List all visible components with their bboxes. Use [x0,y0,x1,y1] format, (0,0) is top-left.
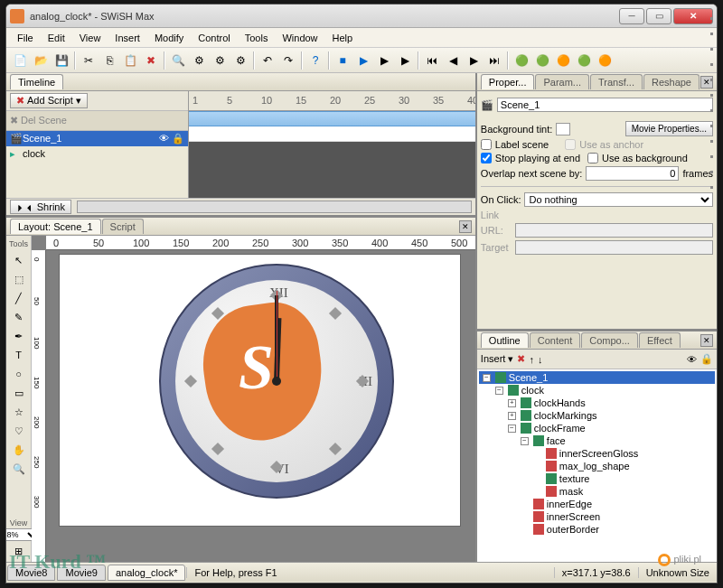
tool-icon[interactable]: ⚙ [189,51,209,70]
tool2-icon[interactable]: ⚙ [210,51,230,70]
shrink-button[interactable]: ⏵⏴ Shrink [10,200,71,214]
timeline-ruler[interactable]: 1510152025303540 [189,91,475,198]
open-icon[interactable]: 📂 [31,51,51,70]
label-scene-check[interactable] [481,139,492,150]
copy-icon[interactable]: ⎘ [99,51,119,70]
tree-item[interactable]: −clock [479,384,715,397]
ellipse-tool-icon[interactable]: ○ [9,365,29,383]
tree-item[interactable]: innerScreen [479,510,715,523]
maximize-button[interactable]: ▭ [646,8,671,24]
menu-insert[interactable]: Insert [108,30,147,46]
heart-tool-icon[interactable]: ♡ [9,422,29,440]
timeline-row-clock[interactable]: ▸clock [6,146,188,162]
tool3-icon[interactable]: ⚙ [230,51,250,70]
paste-icon[interactable]: 📋 [120,51,140,70]
outline-down-icon[interactable]: ↓ [538,354,543,365]
rewind-icon[interactable]: ⏮ [422,51,442,70]
panel-close-icon[interactable]: ✕ [459,220,472,233]
overlap-input[interactable] [586,166,679,181]
text-tool-icon[interactable]: T [9,346,29,364]
movie-props-button[interactable]: Movie Properties... [625,121,713,136]
star-tool-icon[interactable]: ☆ [9,403,29,421]
timeline-row-scene[interactable]: 🎬Scene_1👁 🔒 [6,131,188,146]
menu-help[interactable]: Help [325,30,361,46]
tab-outline[interactable]: Outline [481,332,529,348]
menu-edit[interactable]: Edit [41,30,72,46]
save-icon[interactable]: 💾 [52,51,71,70]
tab-content[interactable]: Content [530,332,581,348]
back-icon[interactable]: ◀ [443,51,463,70]
tree-item[interactable]: innerEdge [479,498,715,510]
use-bg-check[interactable] [587,153,598,163]
outline-up-icon[interactable]: ↑ [529,354,534,365]
line-tool-icon[interactable]: ╱ [9,289,29,307]
insert-menu[interactable]: Insert ▾ [481,353,514,365]
hand-tool-icon[interactable]: ✋ [9,441,29,459]
tree-item[interactable]: outerBorder [479,523,715,536]
outline-tree[interactable]: −Scene_1−clock+clockHands+clockMarkings−… [477,369,717,562]
play-scene-icon[interactable]: ▶ [374,51,394,70]
pen-tool-icon[interactable]: ✒ [9,327,29,345]
delete-icon[interactable]: ✖ [141,51,161,70]
timeline-scrollbar[interactable] [77,201,472,213]
tab-script[interactable]: Script [102,219,144,234]
menu-window[interactable]: Window [275,30,324,46]
zoom-tool-icon[interactable]: 🔍 [9,460,29,478]
tree-item[interactable]: −face [479,434,715,447]
tab-effect[interactable]: Effect [639,332,681,348]
end-icon[interactable]: ⏭ [484,51,504,70]
menu-modify[interactable]: Modify [147,30,191,46]
export3-icon[interactable]: 🟠 [553,51,573,70]
tree-item[interactable]: −Scene_1 [479,371,715,384]
tree-item[interactable]: innerScreenGloss [479,447,715,460]
tab-timeline[interactable]: Timeline [10,74,63,89]
export1-icon[interactable]: 🟢 [512,51,531,70]
outline-delete-icon[interactable]: ✖ [517,353,525,365]
menu-view[interactable]: View [72,30,108,46]
canvas-area[interactable]: 050100150200250300350400450500 050100150… [32,236,475,562]
play-icon[interactable]: ▶ [353,51,373,70]
redo-icon[interactable]: ↷ [278,51,298,70]
titlebar[interactable]: analog_clock* - SWiSH Max ─ ▭ ✕ [6,5,717,28]
tree-item[interactable]: +clockMarkings [479,409,715,422]
canvas[interactable]: S XII VI III [59,254,461,527]
doc-tab-active[interactable]: analog_clock* [108,565,186,581]
cut-icon[interactable]: ✂ [79,51,99,70]
stop-icon[interactable]: ■ [333,51,352,70]
tab-reshape[interactable]: Reshape [643,74,700,89]
add-script-button[interactable]: ✖Add Script ▾ [10,93,88,108]
outline-eye-icon[interactable]: 👁 [687,354,697,365]
menu-file[interactable]: File [10,30,41,46]
del-scene-button[interactable]: ✖ Del Scene [10,115,67,126]
tab-params[interactable]: Param... [535,74,589,89]
onclick-select[interactable]: Do nothing [524,192,713,207]
tree-item[interactable]: −clockFrame [479,422,715,434]
clock-graphic[interactable]: S XII VI III [159,264,394,499]
fwd-icon[interactable]: ▶ [464,51,484,70]
tree-item[interactable]: texture [479,472,715,485]
menu-tools[interactable]: Tools [238,30,276,46]
export4-icon[interactable]: 🟢 [574,51,594,70]
play-effect-icon[interactable]: ▶ [395,51,415,70]
rect-tool-icon[interactable]: ▭ [9,384,29,402]
find-icon[interactable]: 🔍 [168,51,188,70]
select-tool-icon[interactable]: ↖ [9,251,29,269]
tree-item[interactable]: max_log_shape [479,460,715,472]
bgtint-swatch[interactable] [556,123,570,135]
scene-name-input[interactable] [497,98,713,112]
tab-compo[interactable]: Compo... [581,332,638,348]
subselect-tool-icon[interactable]: ⬚ [9,270,29,288]
pencil-tool-icon[interactable]: ✎ [9,308,29,326]
undo-icon[interactable]: ↶ [258,51,277,70]
tree-item[interactable]: mask [479,485,715,498]
tab-transform[interactable]: Transf... [590,74,643,89]
tree-item[interactable]: +clockHands [479,397,715,409]
stop-playing-check[interactable] [481,153,492,163]
tab-properties[interactable]: Proper... [481,74,535,89]
minimize-button[interactable]: ─ [619,8,644,24]
tab-layout[interactable]: Layout: Scene_1 [10,219,101,234]
export5-icon[interactable]: 🟠 [595,51,615,70]
help-icon[interactable]: ? [305,51,325,70]
menu-control[interactable]: Control [191,30,237,46]
export2-icon[interactable]: 🟢 [532,51,552,70]
